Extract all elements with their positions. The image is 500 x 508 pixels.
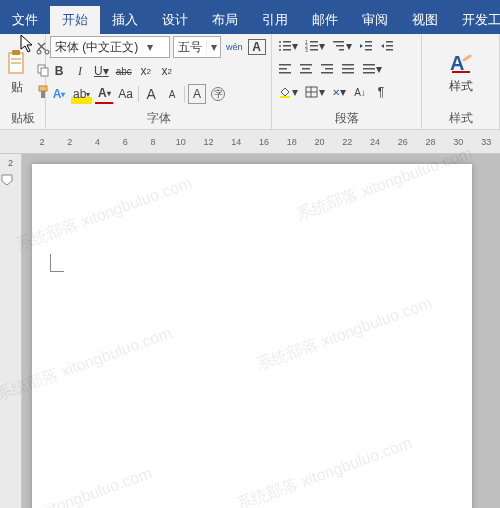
svg-text:3: 3 — [305, 47, 308, 52]
enclose-characters-button[interactable]: 字 — [209, 84, 227, 104]
styles-icon: A — [448, 50, 474, 76]
subscript-button[interactable]: x2 — [137, 61, 155, 81]
indent-icon — [380, 40, 394, 52]
tab-view[interactable]: 视图 — [400, 6, 450, 34]
font-family-combo[interactable]: 宋体 (中文正文) ▾ — [50, 36, 170, 58]
numbering-icon: 123 — [305, 40, 319, 52]
ruler-mark: 2 — [28, 137, 56, 147]
numbering-button[interactable]: 123 ▾ — [303, 36, 327, 56]
tab-references[interactable]: 引用 — [250, 6, 300, 34]
align-center-button[interactable] — [297, 59, 315, 79]
paragraph-group-label: 段落 — [276, 108, 417, 129]
tab-file[interactable]: 文件 — [0, 6, 50, 34]
tab-home[interactable]: 开始 — [50, 6, 100, 34]
svg-rect-34 — [300, 64, 312, 66]
align-right-button[interactable] — [318, 59, 336, 79]
bold-button[interactable]: B — [50, 61, 68, 81]
font-size-combo[interactable]: 五号 ▾ — [173, 36, 221, 58]
ribbon: 贴 贴板 — [0, 34, 500, 130]
separator — [184, 86, 185, 102]
svg-point-12 — [279, 45, 281, 47]
ruler-mark: 18 — [278, 137, 306, 147]
paste-button[interactable]: 贴 — [4, 36, 30, 108]
phonetic-guide-button[interactable]: wén — [224, 37, 245, 57]
align-left-icon — [278, 63, 292, 75]
svg-rect-24 — [339, 49, 344, 51]
watermark: 系统部落 xitongbuluo.com — [294, 143, 475, 226]
character-border-button[interactable]: A — [248, 39, 266, 55]
align-center-icon — [299, 63, 313, 75]
borders-button[interactable]: ▾ — [303, 82, 327, 102]
grow-font-button[interactable]: A — [142, 84, 160, 104]
borders-icon — [305, 86, 319, 98]
ruler-mark: 2 — [56, 137, 84, 147]
svg-rect-38 — [325, 68, 333, 70]
tab-layout[interactable]: 布局 — [200, 6, 250, 34]
italic-button[interactable]: I — [71, 61, 89, 81]
asian-layout-button[interactable]: ✕▾ — [330, 82, 348, 102]
align-right-icon — [320, 63, 334, 75]
vertical-ruler[interactable]: 2 — [0, 154, 22, 508]
vruler-mark: 2 — [0, 158, 21, 168]
ruler-mark: 4 — [84, 137, 112, 147]
tab-mail[interactable]: 邮件 — [300, 6, 350, 34]
superscript-button[interactable]: x2 — [158, 61, 176, 81]
shrink-font-button[interactable]: A — [163, 84, 181, 104]
ruler-mark: 20 — [306, 137, 334, 147]
watermark: 系统部落 xitongbuluo.com — [14, 173, 195, 256]
ruler-mark: 30 — [444, 137, 472, 147]
ruler-mark: 26 — [389, 137, 417, 147]
watermark: 系统部落 xitongbuluo.com — [254, 293, 435, 376]
page[interactable]: 系统部落 xitongbuluo.com 系统部落 xitongbuluo.co… — [32, 164, 472, 508]
svg-rect-39 — [321, 72, 333, 74]
svg-rect-43 — [363, 64, 375, 66]
underline-button[interactable]: U▾ — [92, 61, 111, 81]
distributed-button[interactable]: ▾ — [360, 59, 384, 79]
document-area: 系统部落 xitongbuluo.com 系统部落 xitongbuluo.co… — [22, 154, 500, 508]
indent-marker-icon[interactable] — [0, 174, 21, 186]
svg-rect-25 — [365, 41, 372, 43]
svg-rect-27 — [365, 49, 372, 51]
svg-rect-13 — [283, 45, 291, 47]
watermark: 系统部落 xitongbuluo.com — [234, 433, 415, 508]
tab-review[interactable]: 审阅 — [350, 6, 400, 34]
shading-button[interactable]: ▾ — [276, 82, 300, 102]
character-shading-button[interactable]: A — [188, 84, 206, 104]
svg-rect-31 — [279, 64, 291, 66]
ruler-mark: 8 — [139, 137, 167, 147]
change-case-button[interactable]: Aa — [116, 84, 135, 104]
styles-button[interactable]: A 样式 — [443, 36, 479, 108]
decrease-indent-button[interactable] — [357, 36, 375, 56]
bullets-icon — [278, 40, 292, 52]
ruler-mark: 12 — [195, 137, 223, 147]
multilevel-list-button[interactable]: ▾ — [330, 36, 354, 56]
increase-indent-button[interactable] — [378, 36, 396, 56]
bullets-button[interactable]: ▾ — [276, 36, 300, 56]
font-family-value: 宋体 (中文正文) — [51, 39, 142, 56]
tab-insert[interactable]: 插入 — [100, 6, 150, 34]
sort-button[interactable]: A↓ — [351, 82, 369, 102]
font-color-button[interactable]: A▾ — [95, 84, 113, 104]
svg-rect-21 — [310, 49, 318, 51]
ruler-mark: 10 — [167, 137, 195, 147]
svg-rect-33 — [279, 72, 291, 74]
outdent-icon — [359, 40, 373, 52]
strikethrough-button[interactable]: abc — [114, 61, 134, 81]
font-size-value: 五号 — [174, 39, 206, 56]
svg-rect-2 — [11, 58, 21, 60]
asian-layout-icon: ✕ — [332, 87, 340, 98]
text-effects-button[interactable]: A▾ — [50, 84, 68, 104]
align-left-button[interactable] — [276, 59, 294, 79]
watermark: 系统部落 xitongbuluo.com — [0, 323, 175, 406]
ruler-mark: 16 — [250, 137, 278, 147]
svg-rect-37 — [321, 64, 333, 66]
svg-rect-28 — [386, 41, 393, 43]
horizontal-ruler[interactable]: 22468101214161820222426283033 — [0, 130, 500, 154]
tab-developer[interactable]: 开发工具 — [450, 6, 500, 34]
highlight-button[interactable]: ab▾ — [71, 84, 92, 104]
distributed-icon — [362, 63, 376, 75]
show-marks-button[interactable]: ¶ — [372, 82, 390, 102]
tab-design[interactable]: 设计 — [150, 6, 200, 34]
justify-button[interactable] — [339, 59, 357, 79]
svg-rect-41 — [342, 68, 354, 70]
